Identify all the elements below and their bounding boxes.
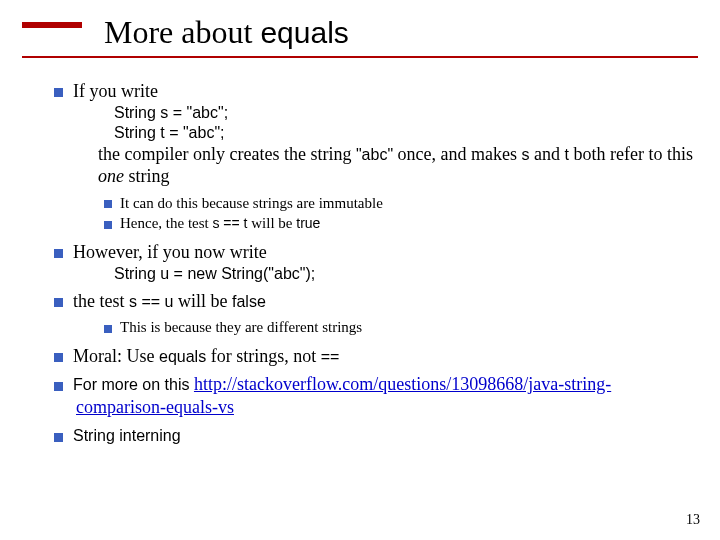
b1-sub2-code: s == t (212, 215, 247, 231)
slide-number: 13 (686, 512, 700, 528)
b2-lead: However, if you now write (73, 242, 267, 262)
b5-a: For more on this (73, 376, 194, 393)
b3-sub1: This is because they are different strin… (104, 318, 694, 337)
accent-bar (22, 22, 82, 28)
square-bullet-icon (54, 382, 63, 391)
b1-lead: If you write (73, 81, 158, 101)
bullet-3-subs: This is because they are different strin… (104, 318, 694, 337)
b1-tail-c: and (530, 144, 565, 164)
b4-a: Moral: Use (73, 346, 159, 366)
b1-tail: the compiler only creates the string "ab… (98, 143, 694, 188)
bullet-1: If you write String s = "abc"; String t … (54, 80, 694, 188)
bullet-5: For more on this http://stackoverflow.co… (54, 373, 694, 418)
b1-sub2-true: true (296, 215, 320, 231)
b1-code2: String t = "abc"; (136, 123, 694, 143)
b4-b: for strings, not (206, 346, 321, 366)
b1-sub2: Hence, the test s == t will be true (104, 214, 694, 233)
square-bullet-icon (54, 88, 63, 97)
b3-b: will be (173, 291, 232, 311)
square-bullet-icon (54, 249, 63, 258)
b4-op: == (321, 348, 340, 365)
square-bullet-icon (104, 325, 112, 333)
b1-tail-d: both refer to this (569, 144, 693, 164)
b1-tail-one: one (98, 166, 124, 186)
title-sans: equals (260, 16, 348, 49)
b1-sub1: It can do this because strings are immut… (104, 194, 694, 213)
b1-tail-abc: "abc" (356, 146, 393, 163)
square-bullet-icon (104, 200, 112, 208)
content: If you write String s = "abc"; String t … (54, 80, 694, 453)
b3-false: false (232, 293, 266, 310)
bullet-1-subs: It can do this because strings are immut… (104, 194, 694, 234)
square-bullet-icon (54, 298, 63, 307)
bullet-2: However, if you now write String u = new… (54, 241, 694, 284)
bullet-3: the test s == u will be false (54, 290, 694, 313)
b1-tail-a: the compiler only creates the string (98, 144, 356, 164)
bullet-6: String interning (54, 424, 694, 447)
title-underline (22, 56, 698, 58)
title-roman: More about (104, 14, 260, 50)
b3-a: the test (73, 291, 129, 311)
b1-sub2-b: will be (248, 215, 297, 231)
b1-code1: String s = "abc"; (136, 103, 694, 123)
b2-code: String u = new String("abc"); (136, 264, 694, 284)
b1-sub1-text: It can do this because strings are immut… (120, 195, 383, 211)
square-bullet-icon (104, 221, 112, 229)
b1-tail-s: s (522, 146, 530, 163)
square-bullet-icon (54, 353, 63, 362)
square-bullet-icon (54, 433, 63, 442)
b3-code: s == u (129, 293, 173, 310)
b4-eq: equals (159, 348, 206, 365)
bullet-4: Moral: Use equals for strings, not == (54, 345, 694, 368)
b1-tail-b: once, and makes (393, 144, 521, 164)
b3-sub1-text: This is because they are different strin… (120, 319, 362, 335)
page-title: More about equals (104, 14, 349, 51)
b6-text: String interning (73, 427, 181, 444)
b1-sub2-a: Hence, the test (120, 215, 212, 231)
b1-tail-e: string (124, 166, 170, 186)
